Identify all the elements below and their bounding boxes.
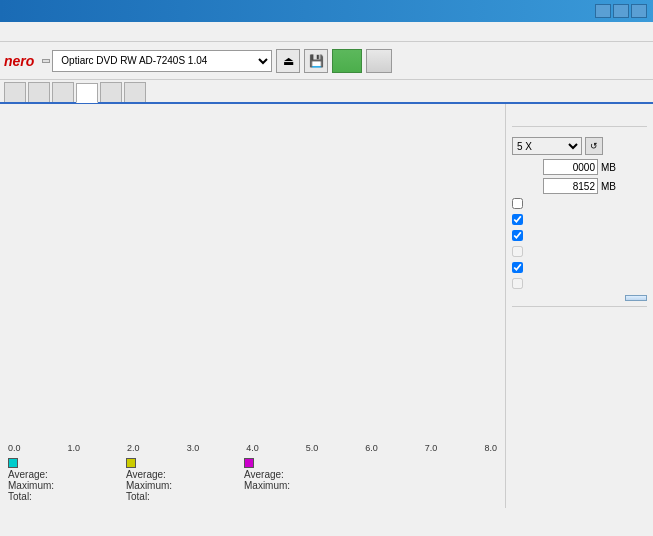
- jitter-average: [304, 469, 354, 480]
- drive-dropdown[interactable]: Optiarc DVD RW AD-7240S 1.04: [52, 50, 272, 72]
- show-c1pie-row: [512, 214, 647, 225]
- x-axis-labels: 0.0 1.0 2.0 3.0 4.0 5.0 6.0 7.0 8.0: [4, 442, 501, 454]
- tab-advanced-disc-quality[interactable]: [100, 82, 122, 102]
- jitter-block: Average: Maximum:: [244, 458, 354, 502]
- tab-disc-quality[interactable]: [76, 83, 98, 103]
- show-jitter-row: [512, 246, 647, 257]
- show-write-speed-row: [512, 278, 647, 289]
- divider-1: [512, 126, 647, 127]
- refresh-button[interactable]: ↺: [585, 137, 603, 155]
- logo: nero: [4, 54, 34, 68]
- jitter-maximum: [304, 480, 354, 491]
- toolbar: nero Optiarc DVD RW AD-7240S 1.04 ⏏ 💾: [0, 42, 653, 80]
- start-button[interactable]: [332, 49, 362, 73]
- stats-row: Average: Maximum: Total: Ave: [4, 456, 501, 504]
- chart-area: 0.0 1.0 2.0 3.0 4.0 5.0 6.0 7.0 8.0 Aver…: [0, 104, 505, 508]
- pi-errors-average: [68, 469, 118, 480]
- pi-failures-maximum: [186, 480, 236, 491]
- tab-create-disc[interactable]: [28, 82, 50, 102]
- menu-extra[interactable]: [36, 30, 52, 34]
- minimize-button[interactable]: [595, 4, 611, 18]
- logo-nero: nero: [4, 54, 34, 68]
- jitter-color: [244, 458, 254, 468]
- show-read-speed-row: [512, 262, 647, 273]
- pi-errors-color: [8, 458, 18, 468]
- upper-chart-wrapper: [4, 108, 501, 308]
- show-write-speed-checkbox[interactable]: [512, 278, 523, 289]
- save-button[interactable]: 💾: [304, 49, 328, 73]
- start-input[interactable]: [543, 159, 598, 175]
- titlebar-controls: [595, 4, 647, 18]
- close-button[interactable]: [631, 4, 647, 18]
- main-content: 0.0 1.0 2.0 3.0 4.0 5.0 6.0 7.0 8.0 Aver…: [0, 104, 653, 508]
- exit-button[interactable]: [366, 49, 392, 73]
- drive-selector: Optiarc DVD RW AD-7240S 1.04: [42, 50, 272, 72]
- speed-row: 5 X ↺: [512, 137, 647, 155]
- titlebar: [0, 0, 653, 22]
- right-panel: 5 X ↺ MB MB: [505, 104, 653, 508]
- pi-errors-maximum: [68, 480, 118, 491]
- tab-benchmark[interactable]: [4, 82, 26, 102]
- end-input[interactable]: [543, 178, 598, 194]
- end-row: MB: [512, 178, 647, 194]
- tab-disc-info[interactable]: [52, 82, 74, 102]
- tab-scandisc[interactable]: [124, 82, 146, 102]
- menu-help[interactable]: [52, 30, 68, 34]
- menu-run-test[interactable]: [20, 30, 36, 34]
- lower-chart-wrapper: [4, 310, 501, 440]
- eject-button[interactable]: ⏏: [276, 49, 300, 73]
- pi-failures-average: [186, 469, 236, 480]
- pi-errors-block: Average: Maximum: Total:: [8, 458, 118, 502]
- pi-errors-total: [68, 491, 118, 502]
- po-failures-block: [362, 488, 472, 502]
- progress-section: [512, 319, 647, 323]
- lower-chart: [4, 310, 484, 440]
- show-read-speed-checkbox[interactable]: [512, 262, 523, 273]
- pi-failures-color: [126, 458, 136, 468]
- start-row: MB: [512, 159, 647, 175]
- divider-2: [512, 306, 647, 307]
- show-jitter-checkbox[interactable]: [512, 246, 523, 257]
- quick-scan-row: [512, 198, 647, 209]
- show-c1pie-checkbox[interactable]: [512, 214, 523, 225]
- tabs: [0, 80, 653, 104]
- upper-chart: [4, 108, 484, 308]
- speed-dropdown[interactable]: 5 X: [512, 137, 582, 155]
- show-c2pif-checkbox[interactable]: [512, 230, 523, 241]
- pi-failures-block: Average: Maximum: Total:: [126, 458, 236, 502]
- menubar: [0, 22, 653, 42]
- maximize-button[interactable]: [613, 4, 629, 18]
- drive-ratio: [42, 59, 50, 63]
- show-c2pif-row: [512, 230, 647, 241]
- quick-scan-checkbox[interactable]: [512, 198, 523, 209]
- advanced-button[interactable]: [625, 295, 647, 301]
- menu-file[interactable]: [4, 30, 20, 34]
- pi-failures-total: [186, 491, 236, 502]
